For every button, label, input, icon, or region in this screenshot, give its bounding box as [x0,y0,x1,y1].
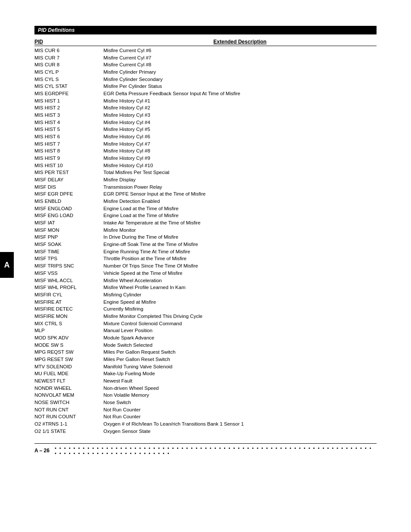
desc-cell: Not Run Counter [103,406,377,414]
pid-cell: NEWEST FLT [34,377,103,385]
desc-cell: Vehicle Speed at the Time of Misfire [103,270,377,277]
table-row: MIS HIST 3Misfire History Cyl #3 [34,112,377,119]
desc-cell: Engine Load at the Time of Misfire [103,205,377,212]
desc-cell: Misfire Per Cylinder Status [103,83,377,90]
pid-cell: NONVOLAT MEM [34,392,103,399]
table-row: MIS HIST 4Misfire History Cyl #4 [34,119,377,126]
pid-cell: MIS HIST 7 [34,140,103,148]
table-row: MIS HIST 1Misfire History Cyl #1 [34,97,377,105]
table-row: MISFIR CYLMisfiring Cylinder [34,291,377,299]
desc-cell: Mode Switch Selected [103,342,377,349]
pid-cell: MU FUEL MDE [34,370,103,377]
table-row: MISF EGR DPFEEGR DPFE Sensor Input at th… [34,190,377,198]
pid-cell: MISF DIS [34,184,103,191]
table-row: O2 1/1 STATEOxygen Sensor State [34,428,377,435]
pid-cell: O2 #TRNS 1-1 [34,420,103,428]
table-row: MIS EGRDPFEEGR Delta Pressure Feedback S… [34,90,377,97]
pid-cell: MISF SOAK [34,241,103,248]
desc-cell: Miles Per Gallon Request Switch [103,348,377,356]
table-row: MIS CUR 7Misfire Current Cyl #7 [34,54,377,62]
table-row: MISF WHL ACCLMisfire Wheel Acceleration [34,277,377,284]
table-row: NEWEST FLTNewest Fault [34,377,377,385]
table-row: MIS CUR 6Misfire Current Cyl #6 [34,47,377,54]
table-row: MISF ENG LOADEngine Load at the Time of … [34,212,377,219]
desc-cell: Engine Load at the Time of Misfire [103,212,377,219]
desc-cell: Oxygen # of Rich/lean To Lean/rich Trans… [103,420,377,428]
pid-cell: MISF PNP [34,233,103,241]
desc-cell: Transmission Power Relay [103,184,377,191]
table-row: MPG REQST SWMiles Per Gallon Request Swi… [34,348,377,356]
page-footer: A – 26 • • • • • • • • • • • • • • • • •… [34,443,377,456]
pid-cell: MISF WHL ACCL [34,277,103,284]
desc-cell: EGR DPFE Sensor Input at the Time of Mis… [103,190,377,198]
table-row: MOD SPK ADVModule Spark Advance [34,334,377,342]
desc-cell: Misfire Wheel Acceleration [103,277,377,284]
desc-cell: Misfire Cylinder Secondary [103,76,377,83]
pid-cell: MLP [34,327,103,334]
pid-cell: MISF EGR DPFE [34,190,103,198]
table-row: MISF ENGLOADEngine Load at the Time of M… [34,205,377,212]
pid-cell: NOT RUN COUNT [34,413,103,420]
desc-cell: Misfire Current Cyl #6 [103,47,377,54]
desc-cell: Misfire History Cyl #8 [103,147,377,155]
desc-cell: Non-driven Wheel Speed [103,385,377,392]
desc-cell: Misfire History Cyl #2 [103,104,377,112]
pid-cell: MIS CUR 8 [34,61,103,68]
desc-cell: Newest Fault [103,377,377,385]
table-row: MISFIRE MONMisfire Monitor Completed Thi… [34,313,377,320]
desc-cell: Misfire History Cyl #7 [103,140,377,148]
table-row: MIS CYL PMisfire Cylinder Primary [34,68,377,76]
desc-cell: Misfiring Cylinder [103,291,377,299]
pid-cell: MIS HIST 8 [34,147,103,155]
table-row: MIS CYL SMisfire Cylinder Secondary [34,76,377,83]
table-row: MIS HIST 8Misfire History Cyl #8 [34,147,377,155]
pid-cell: MIS CUR 7 [34,54,103,62]
pid-cell: MODE SW S [34,342,103,349]
desc-cell: Intake Air Temperature at the Time of Mi… [103,219,377,227]
desc-cell: Misfire Wheel Profile Learned In Kam [103,284,377,291]
pid-cell: MISF MON [34,227,103,234]
desc-cell: Nose Switch [103,399,377,406]
footer-decoration: • • • • • • • • • • • • • • • • • • • • … [55,445,377,456]
table-row: MIS HIST 6Misfire History Cyl #6 [34,133,377,140]
pid-cell: MIS HIST 6 [34,133,103,140]
table-row: MODE SW SMode Switch Selected [34,342,377,349]
desc-cell: EGR Delta Pressure Feedback Sensor Input… [103,90,377,97]
desc-cell: Make-Up Fueling Mode [103,370,377,377]
desc-cell: Misfire History Cyl #3 [103,112,377,119]
column-headers: PID Extended Description [34,39,377,46]
desc-cell: Number Of Trips Since The Time Of Misfir… [103,262,377,270]
table-row: MISF PNPIn Drive During the Time of Misf… [34,233,377,241]
pid-column-header: PID [34,39,103,45]
pid-cell: MISF WHL PROFL [34,284,103,291]
table-row: MISF VSSVehicle Speed at the Time of Mis… [34,270,377,277]
desc-cell: Manual Lever Position [103,327,377,334]
table-row: MISF WHL PROFLMisfire Wheel Profile Lear… [34,284,377,291]
table-row: MIS HIST 2Misfire History Cyl #2 [34,104,377,112]
section-tab-a: A [0,252,14,278]
desc-cell: Misfire Monitor [103,227,377,234]
table-row: NOT RUN COUNTNot Run Counter [34,413,377,420]
desc-cell: Currently Misfiring [103,305,377,313]
pid-cell: MIS HIST 5 [34,126,103,133]
table-row: MIS CUR 8Misfire Current Cyl #8 [34,61,377,68]
pid-cell: MPG RESET SW [34,356,103,363]
table-body: MIS CUR 6Misfire Current Cyl #6MIS CUR 7… [34,47,377,435]
table-row: MTV SOLENOIDManifold Tuning Valve Soleno… [34,363,377,370]
desc-cell: Engine Running Time At Time of Misfire [103,248,377,255]
table-row: MISF DISTransmission Power Relay [34,184,377,191]
table-row: MISFIRE ATEngine Speed at Misfire [34,299,377,306]
desc-cell: Manifold Tuning Valve Solenoid [103,363,377,370]
pid-cell: NONDR WHEEL [34,385,103,392]
pid-cell: MIS ENBLD [34,198,103,205]
desc-cell: Non Volatile Memory [103,392,377,399]
pid-cell: MIS CYL STAT [34,83,103,90]
pid-cell: MIS HIST 3 [34,112,103,119]
desc-cell: Total Misfires Per Test Special [103,169,377,176]
table-row: MISFIRE DETECCurrently Misfiring [34,305,377,313]
table-row: NONDR WHEELNon-driven Wheel Speed [34,385,377,392]
pid-cell: NOT RUN CNT [34,406,103,414]
pid-cell: MIS HIST 4 [34,119,103,126]
table-row: MISF SOAKEngine-off Soak Time at the Tim… [34,241,377,248]
table-row: O2 #TRNS 1-1Oxygen # of Rich/lean To Lea… [34,420,377,428]
